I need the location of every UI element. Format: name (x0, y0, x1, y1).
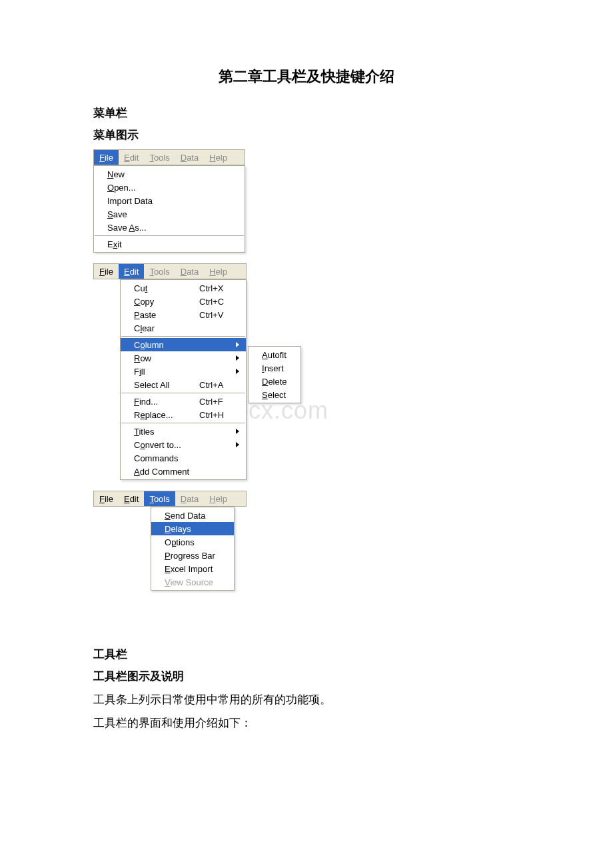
edit-menu-screenshot: www.bdocx.com File Edit Tools Data Help … (93, 263, 306, 480)
menubar-file[interactable]: File (94, 491, 119, 506)
edit-select-all[interactable]: Select AllCtrl+A (121, 378, 246, 391)
separator (95, 235, 244, 236)
edit-add-comment[interactable]: Add Comment (121, 465, 246, 478)
file-import-data[interactable]: Import Data (94, 194, 245, 207)
menubar-edit[interactable]: Edit (119, 491, 144, 506)
file-open[interactable]: Open... (94, 181, 245, 194)
edit-row[interactable]: Row (121, 351, 246, 365)
toolbar-para-1: 工具条上列示日常使用中常用的所有的功能项。 (93, 691, 520, 709)
menubar-data[interactable]: Data (175, 150, 204, 165)
separator (121, 336, 245, 337)
edit-titles[interactable]: Titles (121, 425, 246, 438)
section-menu: 菜单栏 (93, 105, 520, 121)
file-menu-screenshot: File Edit Tools Data Help New Open... Im… (93, 149, 245, 253)
edit-convert-to[interactable]: Convert to... (121, 438, 246, 451)
menubar-tools[interactable]: Tools (144, 264, 175, 279)
tools-excel-import[interactable]: Excel Import (151, 562, 234, 575)
file-save-as[interactable]: Save As... (94, 221, 245, 234)
chevron-right-icon (236, 342, 239, 347)
menubar-tools[interactable]: Tools (144, 491, 175, 506)
column-insert[interactable]: Insert (249, 361, 301, 375)
menubar-tools[interactable]: Tools (144, 150, 175, 165)
tools-dropdown: Send Data Delays Options Progress Bar Ex… (151, 507, 235, 591)
tools-progress-bar[interactable]: Progress Bar (151, 549, 234, 562)
menubar-help[interactable]: Help (204, 264, 233, 279)
menubar-edit[interactable]: Edit (119, 264, 144, 279)
chevron-right-icon (236, 355, 239, 361)
edit-column[interactable]: Column (121, 338, 246, 351)
separator (121, 423, 245, 423)
edit-commands[interactable]: Commands (121, 451, 246, 465)
edit-copy[interactable]: CopyCtrl+C (121, 295, 246, 308)
tools-view-source[interactable]: View Source (151, 575, 234, 589)
section-toolbar: 工具栏 (93, 647, 520, 662)
menubar: File Edit Tools Data Help (93, 491, 247, 507)
edit-dropdown: CutCtrl+X CopyCtrl+C PasteCtrl+V Clear C… (120, 279, 247, 480)
menubar-file[interactable]: File (94, 150, 119, 165)
menubar-data[interactable]: Data (175, 491, 204, 506)
section-menu-illus: 菜单图示 (93, 127, 520, 143)
chevron-right-icon (236, 369, 239, 374)
edit-fill[interactable]: Fill (121, 365, 246, 378)
section-toolbar-illus: 工具栏图示及说明 (93, 669, 520, 684)
edit-cut[interactable]: CutCtrl+X (121, 281, 246, 295)
menubar-help[interactable]: Help (204, 150, 233, 165)
menubar-edit[interactable]: Edit (119, 150, 144, 165)
column-submenu: Autofit Insert Delete Select (248, 346, 301, 403)
tools-send-data[interactable]: Send Data (151, 509, 234, 522)
separator (121, 393, 245, 393)
chevron-right-icon (236, 429, 239, 434)
page-title: 第二章工具栏及快捷键介绍 (93, 67, 520, 87)
edit-find[interactable]: Find...Ctrl+F (121, 395, 246, 408)
file-new[interactable]: New (94, 167, 245, 181)
chevron-right-icon (236, 442, 239, 447)
menubar-help[interactable]: Help (204, 491, 233, 506)
menubar-file[interactable]: File (94, 264, 119, 279)
toolbar-para-2: 工具栏的界面和使用介绍如下： (93, 714, 520, 732)
column-delete[interactable]: Delete (249, 375, 301, 388)
tools-options[interactable]: Options (151, 535, 234, 549)
column-autofit[interactable]: Autofit (249, 348, 301, 361)
tools-menu-screenshot: File Edit Tools Data Help Send Data Dela… (93, 491, 520, 591)
file-exit[interactable]: Exit (94, 237, 245, 251)
edit-paste[interactable]: PasteCtrl+V (121, 308, 246, 321)
menubar: File Edit Tools Data Help (93, 263, 247, 279)
edit-replace[interactable]: Replace...Ctrl+H (121, 408, 246, 421)
edit-clear[interactable]: Clear (121, 321, 246, 335)
tools-delays[interactable]: Delays (151, 522, 234, 535)
menubar-data[interactable]: Data (175, 264, 204, 279)
file-dropdown: New Open... Import Data Save Save As... … (93, 165, 245, 253)
column-select[interactable]: Select (249, 388, 301, 401)
file-save[interactable]: Save (94, 207, 245, 221)
menubar: File Edit Tools Data Help (93, 149, 245, 165)
